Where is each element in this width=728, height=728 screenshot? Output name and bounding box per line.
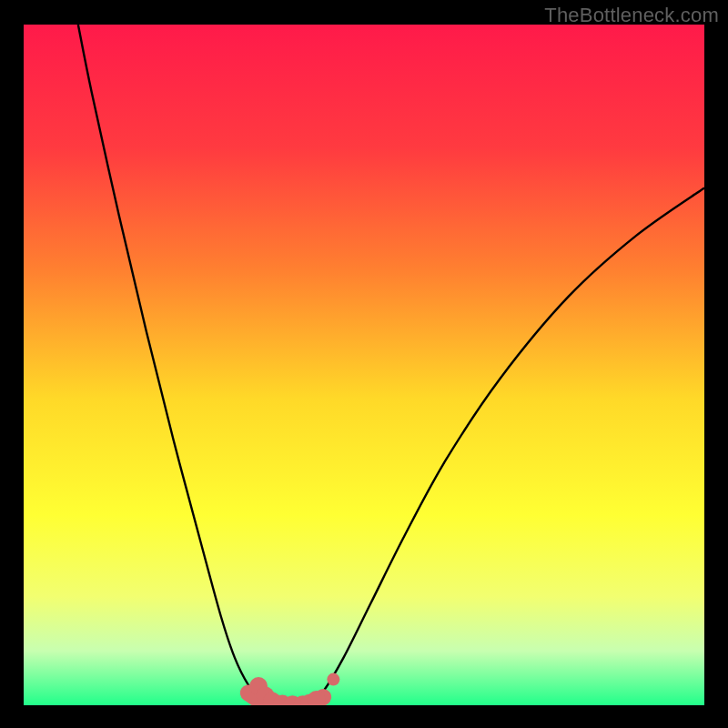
curve-right-curve [309, 188, 704, 705]
chart-frame [24, 25, 704, 705]
curve-left-curve [78, 25, 276, 705]
marker-point [327, 673, 339, 686]
chart-svg [24, 25, 704, 705]
